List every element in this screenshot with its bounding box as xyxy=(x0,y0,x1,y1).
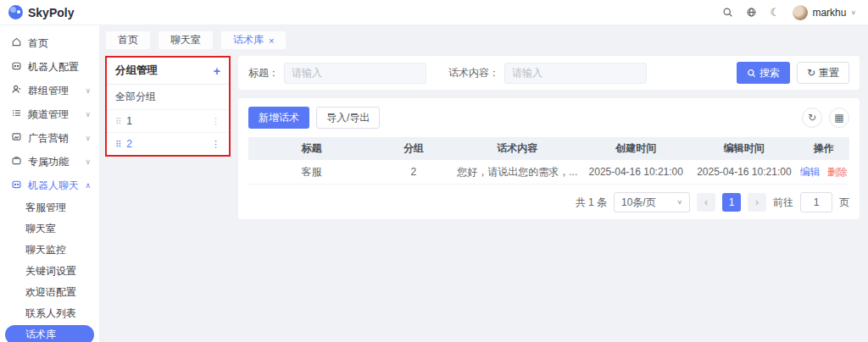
import-export-button[interactable]: 导入/导出 xyxy=(316,107,380,129)
tab-script-library[interactable]: 话术库 × xyxy=(220,30,287,50)
sidebar-item-robot-chat[interactable]: 机器人聊天 ∧ xyxy=(0,174,99,197)
robot-chat-icon xyxy=(11,179,22,192)
globe-icon[interactable] xyxy=(745,7,757,19)
goto-page-input[interactable] xyxy=(800,192,832,212)
chevron-down-icon: ∨ xyxy=(85,157,91,166)
sidebar-subitem-label: 话术库 xyxy=(25,328,56,342)
user-menu[interactable]: markhu ∨ xyxy=(793,5,856,20)
goto-label: 前往 xyxy=(773,196,793,210)
page-number-button[interactable]: 1 xyxy=(722,193,741,212)
sidebar-subitem-keyword-settings[interactable]: 关键词设置 xyxy=(0,261,99,282)
group-item[interactable]: ⠿ 1 ⋮ xyxy=(107,110,229,133)
logo-icon xyxy=(8,5,23,19)
top-bar: SkyPoly ☾ markhu ∨ xyxy=(0,0,868,25)
table-card: 新增话术 导入/导出 ↻ ▦ 标题 xyxy=(238,98,860,219)
page-unit-label: 页 xyxy=(839,196,849,210)
reset-button[interactable]: ↻ 重置 xyxy=(797,62,849,84)
page-size-select[interactable]: 10条/页 ∨ xyxy=(614,192,690,212)
app-window: SkyPoly ☾ markhu ∨ xyxy=(0,0,868,342)
table-header-row: 标题 分组 话术内容 创建时间 编辑时间 操作 xyxy=(248,137,849,160)
tab-bar: 首页 聊天室 话术库 × xyxy=(105,30,860,50)
sidebar-item-label: 专属功能 xyxy=(28,155,69,169)
close-icon[interactable]: × xyxy=(269,36,274,46)
prev-page-button[interactable]: ‹ xyxy=(697,193,715,212)
refresh-button[interactable]: ↻ xyxy=(802,108,822,128)
sidebar-subitem-label: 聊天室 xyxy=(25,222,56,236)
group-panel-title: 分组管理 xyxy=(115,63,158,78)
row-content: 您好，请说出您的需求，... xyxy=(453,165,581,179)
col-header-title: 标题 xyxy=(248,141,375,156)
ad-icon xyxy=(11,131,22,145)
logo-text: SkyPoly xyxy=(28,6,74,19)
more-options-icon[interactable]: ⋮ xyxy=(211,116,220,127)
group-panel-header: 分组管理 + xyxy=(107,58,229,85)
chevron-down-icon: ∨ xyxy=(850,9,856,16)
username: markhu xyxy=(812,7,846,19)
tab-chat-room[interactable]: 聊天室 xyxy=(158,30,214,50)
group-item-label: 1 xyxy=(126,115,132,127)
row-title: 客服 xyxy=(248,165,375,179)
tab-home[interactable]: 首页 xyxy=(105,30,151,50)
group-item[interactable]: ⠿ 2 ⋮ xyxy=(107,133,229,155)
group-item-all[interactable]: 全部分组 xyxy=(107,85,229,110)
sidebar-subitem-label: 聊天监控 xyxy=(25,243,66,257)
users-icon xyxy=(11,84,22,97)
briefcase-icon xyxy=(11,155,22,168)
sidebar-item-label: 机器人聊天 xyxy=(28,179,79,193)
chevron-down-icon: ∨ xyxy=(85,110,91,119)
sidebar: 首页 机器人配置 群组管理 ∨ 频道管理 ∨ xyxy=(0,25,99,342)
table-toolbar: 新增话术 导入/导出 ↻ ▦ xyxy=(248,107,849,129)
group-item-label: 全部分组 xyxy=(115,90,156,104)
sidebar-item-home[interactable]: 首页 xyxy=(0,31,99,55)
home-icon xyxy=(11,36,22,50)
title-filter-input[interactable] xyxy=(284,63,426,84)
logo: SkyPoly xyxy=(8,5,74,19)
column-settings-button[interactable]: ▦ xyxy=(829,108,849,128)
row-actions: 编辑 删除 xyxy=(798,165,849,179)
sidebar-item-group-mgmt[interactable]: 群组管理 ∨ xyxy=(0,79,99,102)
sidebar-subitem-customer-service[interactable]: 客服管理 xyxy=(0,197,99,218)
drag-handle-icon[interactable]: ⠿ xyxy=(115,117,121,126)
pagination-total: 共 1 条 xyxy=(576,196,607,210)
sidebar-subitem-label: 关键词设置 xyxy=(25,264,76,279)
sidebar-subitem-chat-monitor[interactable]: 聊天监控 xyxy=(0,240,99,261)
topbar-actions: ☾ markhu ∨ xyxy=(721,5,856,20)
chevron-down-icon: ∨ xyxy=(85,86,91,95)
next-page-button[interactable]: › xyxy=(748,193,766,212)
moon-icon[interactable]: ☾ xyxy=(769,7,781,19)
col-header-created: 创建时间 xyxy=(581,141,690,156)
chevron-up-icon: ∧ xyxy=(85,181,91,190)
search-button[interactable]: 搜索 xyxy=(737,62,790,84)
import-export-button-label: 导入/导出 xyxy=(326,111,370,125)
sidebar-item-exclusive-features[interactable]: 专属功能 ∨ xyxy=(0,150,99,174)
page-size-value: 10条/页 xyxy=(621,196,656,210)
chevron-down-icon: ∨ xyxy=(85,134,91,142)
row-edited: 2025-04-16 10:21:00 xyxy=(690,166,798,178)
add-script-button[interactable]: 新增话术 xyxy=(248,107,309,129)
drag-handle-icon[interactable]: ⠿ xyxy=(115,140,121,149)
sidebar-item-label: 首页 xyxy=(28,36,48,51)
edit-link[interactable]: 编辑 xyxy=(800,165,821,179)
refresh-icon: ↻ xyxy=(808,112,816,124)
add-group-button[interactable]: + xyxy=(214,65,220,77)
col-header-actions: 操作 xyxy=(798,141,849,156)
table-row: 客服 2 您好，请说出您的需求，... 2025-04-16 10:21:00 … xyxy=(248,160,849,185)
reset-button-label: 重置 xyxy=(819,66,839,80)
content-filter-input[interactable] xyxy=(504,63,647,84)
sidebar-subitem-contact-list[interactable]: 联系人列表 xyxy=(0,303,99,324)
row-group: 2 xyxy=(375,166,453,178)
delete-link[interactable]: 删除 xyxy=(827,165,848,179)
sidebar-item-robot-config[interactable]: 机器人配置 xyxy=(0,55,99,79)
sidebar-item-channel-mgmt[interactable]: 频道管理 ∨ xyxy=(0,102,99,126)
col-header-group: 分组 xyxy=(375,141,453,156)
column-settings-icon: ▦ xyxy=(834,112,843,124)
chevron-down-icon: ∨ xyxy=(676,199,682,206)
add-script-button-label: 新增话术 xyxy=(259,111,299,125)
more-options-icon[interactable]: ⋮ xyxy=(211,139,220,150)
search-icon[interactable] xyxy=(721,7,733,19)
sidebar-subitem-script-library[interactable]: 话术库 xyxy=(5,325,94,342)
sidebar-subitem-chat-room[interactable]: 聊天室 xyxy=(0,218,99,240)
sidebar-item-ad-marketing[interactable]: 广告营销 ∨ xyxy=(0,126,99,150)
sidebar-subitem-welcome-config[interactable]: 欢迎语配置 xyxy=(0,282,99,303)
sidebar-subitem-label: 联系人列表 xyxy=(25,306,76,321)
